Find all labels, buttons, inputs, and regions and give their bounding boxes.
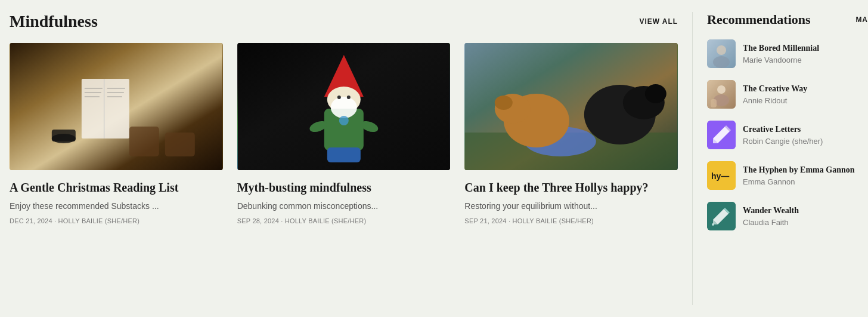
article-image <box>237 43 451 170</box>
svg-rect-3 <box>85 88 103 89</box>
article-excerpt: Restoring your equilibrium without... <box>464 200 678 213</box>
article-title: Myth-busting mindfulness <box>237 180 451 195</box>
recommendation-avatar <box>707 121 736 149</box>
svg-point-35 <box>717 45 726 55</box>
svg-point-32 <box>645 84 666 103</box>
recommendation-info: The Hyphen by Emma Gannon Emma Gannon <box>743 165 868 186</box>
recommendation-info: Creative Letters Robin Cangie (she/her) <box>743 124 868 145</box>
sidebar-more[interactable]: MA <box>855 16 868 24</box>
svg-point-20 <box>330 97 356 118</box>
recommendation-item[interactable]: The Creative Way Annie Ridout <box>707 80 868 109</box>
recommendation-avatar <box>707 39 736 68</box>
svg-point-29 <box>495 96 513 110</box>
svg-rect-12 <box>165 133 195 156</box>
svg-rect-19 <box>327 147 360 162</box>
article-excerpt: Debunking common misconceptions... <box>237 200 451 213</box>
svg-rect-7 <box>107 92 124 93</box>
article-meta: SEP 21, 2024 · HOLLY BAILIE (SHE/HER) <box>464 217 678 224</box>
view-all-link[interactable]: VIEW ALL <box>639 17 678 26</box>
recommendation-title: Wander Wealth <box>743 205 868 216</box>
sidebar: Recommendations MA <box>692 12 868 305</box>
sidebar-title: Recommendations <box>707 12 811 27</box>
svg-rect-8 <box>107 96 122 97</box>
page-container: Mindfulness VIEW ALL <box>0 0 868 317</box>
svg-rect-4 <box>85 92 101 93</box>
svg-text:hy—: hy— <box>711 171 729 181</box>
recommendation-author: Claudia Faith <box>743 218 868 227</box>
recommendation-info: Wander Wealth Claudia Faith <box>743 205 868 226</box>
svg-rect-41 <box>711 99 717 107</box>
svg-rect-6 <box>107 88 125 89</box>
article-meta: SEP 28, 2024 · HOLLY BAILIE (SHE/HER) <box>237 217 451 224</box>
svg-point-46 <box>712 223 714 226</box>
article-card[interactable]: Myth-busting mindfulness Debunking commo… <box>237 43 451 224</box>
articles-grid: A Gentle Christmas Reading List Enjoy th… <box>10 43 678 224</box>
recommendation-title: Creative Letters <box>743 124 868 135</box>
recommendation-author: Marie Vandoorne <box>743 56 868 64</box>
article-card[interactable]: Can I keep the Three Hollys happy? Resto… <box>464 43 678 224</box>
recommendation-item[interactable]: The Bored Millennial Marie Vandoorne <box>707 39 868 68</box>
sidebar-header: Recommendations MA <box>707 12 868 27</box>
article-excerpt: Enjoy these recommended Substacks ... <box>10 200 223 213</box>
article-image <box>10 43 223 170</box>
recommendation-info: The Creative Way Annie Ridout <box>743 84 868 104</box>
article-image <box>464 43 678 170</box>
svg-point-39 <box>717 85 726 94</box>
recommendation-avatar: hy— <box>707 161 736 190</box>
svg-point-23 <box>339 116 348 125</box>
svg-point-36 <box>713 56 730 68</box>
recommendation-title: The Bored Millennial <box>743 43 868 54</box>
article-card[interactable]: A Gentle Christmas Reading List Enjoy th… <box>10 43 223 224</box>
svg-rect-5 <box>85 96 100 97</box>
section-header: Mindfulness VIEW ALL <box>10 12 678 31</box>
svg-rect-2 <box>104 79 105 139</box>
recommendation-title: The Hyphen by Emma Gannon <box>743 165 868 176</box>
recommendation-author: Emma Gannon <box>743 177 868 186</box>
article-title: Can I keep the Three Hollys happy? <box>464 180 678 195</box>
recommendation-avatar <box>707 80 736 109</box>
svg-rect-11 <box>129 127 159 156</box>
main-content: Mindfulness VIEW ALL <box>10 12 692 305</box>
recommendation-author: Annie Ridout <box>743 96 868 105</box>
recommendation-info: The Bored Millennial Marie Vandoorne <box>743 43 868 64</box>
article-title: A Gentle Christmas Reading List <box>10 180 223 195</box>
recommendation-item[interactable]: Wander Wealth Claudia Faith <box>707 202 868 230</box>
svg-point-22 <box>346 96 350 99</box>
recommendation-item[interactable]: Creative Letters Robin Cangie (she/her) <box>707 121 868 149</box>
recommendation-author: Robin Cangie (she/her) <box>743 137 868 146</box>
recommendation-title: The Creative Way <box>743 84 868 94</box>
recommendation-list: The Bored Millennial Marie Vandoorne <box>707 39 868 230</box>
recommendation-avatar <box>707 202 736 230</box>
svg-point-21 <box>337 96 340 99</box>
article-meta: DEC 21, 2024 · HOLLY BAILIE (SHE/HER) <box>10 217 223 224</box>
svg-rect-10 <box>52 130 76 141</box>
section-title: Mindfulness <box>10 12 98 31</box>
recommendation-item[interactable]: hy— The Hyphen by Emma Gannon Emma Ganno… <box>707 161 868 190</box>
